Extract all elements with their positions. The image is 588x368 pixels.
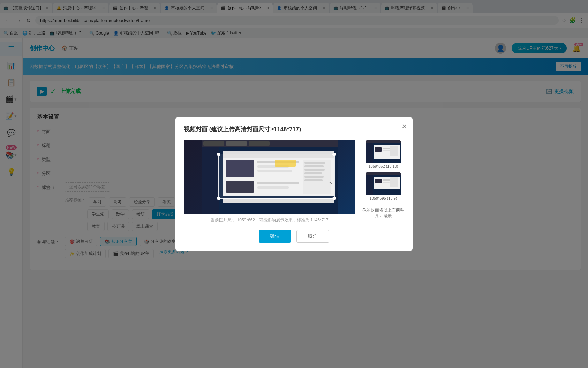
modal-buttons: 确认 取消	[184, 230, 404, 243]
crop-overlay-container: ↖	[184, 140, 355, 214]
modal-title: 视频封面 (建议上传高清封面尺寸≥1146*717)	[184, 125, 404, 133]
modal-overlay: 视频封面 (建议上传高清封面尺寸≥1146*717) ✕	[0, 0, 588, 368]
crop-selection[interactable]	[218, 154, 335, 199]
screen-ui-bg: ↖	[184, 140, 355, 214]
svg-rect-36	[366, 172, 401, 175]
thumbnail-label-2: 1059*595 (16:9)	[366, 196, 401, 200]
modal-crop-area: ↖ 当前图片尺寸 1059*662，可能影响展示效果，标准为 1146*717	[184, 140, 355, 223]
video-frame-preview: ↖	[184, 140, 355, 214]
thumbnail-preview-2: 1059*595 (16:9)	[366, 172, 401, 200]
thumb-svg-1	[366, 140, 401, 163]
thumbnail-label-1: 1059*662 (16:10)	[366, 164, 401, 168]
confirm-button[interactable]: 确认	[259, 230, 291, 243]
crop-handle-bl[interactable]	[217, 197, 220, 200]
modal-close-button[interactable]: ✕	[402, 123, 407, 130]
svg-rect-34	[390, 146, 398, 156]
crop-handle-br[interactable]	[332, 197, 336, 200]
modal-hint-text: 当前图片尺寸 1059*662，可能影响展示效果，标准为 1146*717	[184, 217, 355, 223]
thumbnail-img-1	[366, 140, 401, 163]
modal-body: ↖ 当前图片尺寸 1059*662，可能影响展示效果，标准为 1146*717	[184, 140, 404, 223]
right-hint-text: 你的封面将以上面两种尺寸展示	[362, 207, 404, 219]
thumbnail-preview-1: 1059*662 (16:10)	[366, 140, 401, 168]
svg-rect-42	[383, 182, 390, 183]
svg-rect-43	[390, 177, 398, 187]
crop-handle-tl[interactable]	[217, 153, 220, 156]
thumb-svg-2	[366, 172, 401, 195]
svg-rect-40	[375, 179, 382, 183]
cancel-button[interactable]: 取消	[296, 230, 329, 243]
crop-handle-tr[interactable]	[332, 153, 336, 156]
svg-rect-28	[366, 143, 373, 163]
svg-rect-33	[383, 150, 390, 151]
svg-rect-37	[366, 175, 373, 195]
modal-thumbnails: 1059*662 (16:10)	[362, 140, 404, 223]
svg-rect-31	[375, 147, 382, 152]
thumbnail-img-2	[366, 172, 401, 195]
svg-rect-27	[366, 140, 401, 143]
cover-crop-modal: 视频封面 (建议上传高清封面尺寸≥1146*717) ✕	[175, 117, 413, 251]
